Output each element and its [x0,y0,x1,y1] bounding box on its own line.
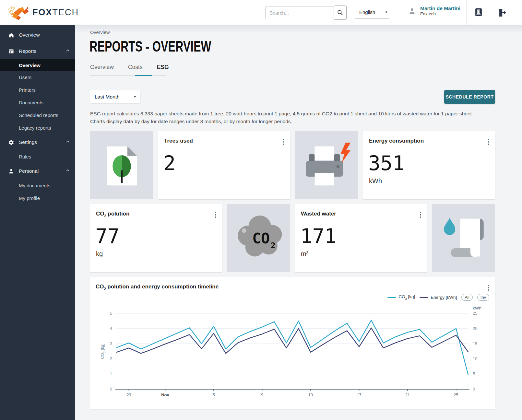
header-divider [402,0,402,25]
sidebar-item-reports[interactable]: Reports [0,43,75,59]
subitem-label: Rules [19,154,31,159]
svg-text:25: 25 [473,311,477,316]
reports-submenu: Overview Users Printers Documents Schedu… [0,59,75,134]
card-title: Trees used [164,138,193,144]
user-texts: Martin de Martini Foxtech [420,5,460,17]
sidebar-item-overview[interactable]: Overview [0,27,75,43]
manual-button[interactable] [473,0,484,25]
legend-label: Energy [kWh] [431,295,457,300]
subitem-label: Overview [19,63,41,68]
sidebar-subitem-my-profile[interactable]: My profile [0,192,75,204]
svg-text:5: 5 [473,371,475,376]
logout-button[interactable] [495,0,508,25]
caret-down-icon: ▾ [385,10,387,14]
legend-co2[interactable]: CO2 [kg] [387,294,415,300]
tabs-track [90,76,166,76]
card-title: Wasted water [301,211,336,217]
kebab-menu-icon[interactable] [214,211,217,218]
schedule-report-button[interactable]: SCHEDULE REPORT [444,90,495,104]
all-button[interactable]: All [461,294,472,301]
water-value: 171 [300,224,337,248]
timeline-chart[interactable]: 001521031542052529Nov5913172125CO2 [kg]k… [95,303,490,406]
kebab-menu-icon[interactable] [282,138,285,146]
sidebar-item-personal[interactable]: Personal [0,163,75,179]
svg-text:9: 9 [261,392,263,397]
co2-cloud-icon: CO 2 [227,204,290,272]
svg-text:13: 13 [308,392,313,397]
language-select[interactable]: English ▾ [355,6,389,19]
tab-costs[interactable]: Costs [128,64,143,75]
reports-table-icon [8,48,14,54]
energy-unit: kWh [369,177,382,185]
trees-tile [90,131,153,199]
card-title: CO2 polution [96,211,129,218]
sidebar-subitem-printers[interactable]: Printers [0,84,75,96]
chevron-up-icon [65,139,70,145]
search-input[interactable] [265,6,334,19]
user-company: Foxtech [420,11,460,17]
svg-text:25: 25 [454,392,458,397]
kebab-menu-icon[interactable] [419,211,422,218]
co2-tile: CO 2 [227,204,290,272]
sidebar-subitem-legacy-reports[interactable]: Legacy reports [0,122,75,134]
logout-icon [497,8,506,17]
svg-text:3: 3 [110,341,112,346]
svg-text:10: 10 [473,356,477,361]
chevron-up-icon [65,168,70,174]
period-select[interactable]: Last Month ▾ [90,90,140,103]
sidebar-item-settings[interactable]: Settings [0,134,75,150]
svg-text:5: 5 [212,392,215,397]
subitem-label: My documents [19,183,51,188]
kebab-menu-icon[interactable] [487,284,490,291]
tab-overview[interactable]: Overview [90,64,114,75]
sidebar-subitem-my-documents[interactable]: My documents [0,179,75,192]
inv-button[interactable]: Inv [477,294,489,301]
sidebar-nav: Overview Reports Overview Users Printers… [0,25,75,420]
manual-book-icon [474,7,483,18]
svg-text:CO: CO [252,230,270,247]
svg-text:CO2 [kg]: CO2 [kg] [100,344,106,359]
energy-consumption-card: Energy consumption 351 kWh [363,131,495,199]
sidebar-item-label: Reports [19,48,65,54]
svg-text:0: 0 [110,387,112,391]
printer-energy-icon [295,131,358,199]
subitem-label: Users [19,75,31,80]
subitem-label: Scheduled reports [19,112,58,118]
sidebar-subitem-rules[interactable]: Rules [0,150,75,163]
search-button[interactable] [334,6,347,20]
caret-down-icon: ▾ [134,95,136,99]
chart-legend: CO2 [kg] Energy [kWh] All Inv [387,294,489,301]
user-menu[interactable]: Martin de Martini Foxtech [408,5,460,17]
legend-label: CO2 [kg] [398,294,415,300]
svg-text:17: 17 [357,392,361,397]
co2-value: 77 [95,224,120,248]
brand-wordmark: FOXTECH [32,7,79,18]
fox-logo-icon [8,4,29,21]
person-icon [8,168,14,174]
co2-unit: kg [96,250,103,258]
sidebar-subitem-overview[interactable]: Overview [0,59,75,71]
wasted-water-card: Wasted water 171 m³ [295,204,427,272]
svg-text:29: 29 [126,392,131,397]
svg-text:2: 2 [110,356,112,361]
kebab-menu-icon[interactable] [487,138,490,146]
brand-logo[interactable]: FOXTECH [8,4,79,21]
page-title: REPORTS - OVERVIEW [89,37,211,55]
sidebar-subitem-scheduled-reports[interactable]: Scheduled reports [0,109,75,122]
sidebar-item-label: Personal [19,168,65,174]
legend-energy[interactable]: Energy [kWh] [420,295,457,300]
user-name: Martin de Martini [420,5,460,11]
subitem-label: My profile [19,195,40,201]
gear-icon [8,139,14,146]
tab-esg[interactable]: ESG [157,64,169,75]
card-title: Energy consumption [369,138,424,144]
trees-used-card: Trees used 2 [158,131,290,199]
sidebar-subitem-users[interactable]: Users [0,71,75,84]
esg-description: ESG report calculates 8,333 paper sheets… [90,110,485,125]
trees-value: 2 [163,151,175,175]
sidebar-subitem-documents[interactable]: Documents [0,96,75,109]
tabs-bar: Overview Costs ESG [90,64,183,75]
language-value: English [359,9,375,15]
svg-text:20: 20 [473,326,477,331]
personal-submenu: My documents My profile [0,179,75,204]
